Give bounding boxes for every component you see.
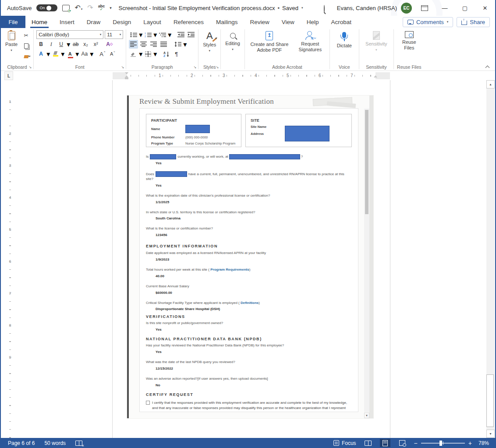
- dictate-button[interactable]: Dictate: [333, 30, 356, 63]
- editing-button[interactable]: Editing ▾: [223, 30, 242, 63]
- share-button[interactable]: Share: [457, 17, 490, 27]
- tab-view[interactable]: View: [276, 16, 301, 28]
- grow-font-button[interactable]: A: [98, 49, 107, 58]
- reuse-files-button[interactable]: Reuse Files: [397, 30, 422, 63]
- strikethrough-button[interactable]: ab: [71, 40, 80, 49]
- italic-button[interactable]: I: [46, 40, 56, 49]
- numbering-button[interactable]: 12: [143, 30, 152, 39]
- avatar[interactable]: EC: [401, 3, 412, 14]
- left-indent-marker[interactable]: [125, 78, 128, 79]
- spellcheck-icon[interactable]: abc✓: [98, 5, 105, 11]
- scroll-up-button[interactable]: ▲: [486, 80, 495, 88]
- embedded-screenshot[interactable]: Review & Submit Employment Verification …: [127, 95, 373, 418]
- font-dialog-launcher[interactable]: ↘: [121, 66, 124, 69]
- tab-help[interactable]: Help: [301, 16, 325, 28]
- borders-button[interactable]: [143, 49, 152, 58]
- tab-review[interactable]: Review: [244, 16, 275, 28]
- saved-status[interactable]: Saved: [282, 5, 298, 11]
- focus-button[interactable]: Focus: [333, 440, 356, 446]
- subscript-button[interactable]: x₂: [81, 40, 90, 49]
- form-scroll-down-button[interactable]: ▼: [364, 413, 369, 418]
- tab-draw[interactable]: Draw: [81, 16, 107, 28]
- first-line-indent-marker[interactable]: [125, 72, 128, 74]
- tab-insert[interactable]: Insert: [53, 16, 81, 28]
- request-signatures-button[interactable]: Request Signatures: [294, 30, 327, 63]
- zoom-out-button[interactable]: −: [414, 440, 418, 446]
- page-indicator[interactable]: Page 6 of 6: [8, 440, 35, 446]
- styles-button[interactable]: A Styles ▾: [201, 30, 218, 63]
- scrollbar-thumb[interactable]: [486, 374, 494, 427]
- zoom-in-button[interactable]: +: [468, 440, 472, 446]
- proofing-errors-icon[interactable]: [75, 441, 82, 446]
- redo-icon[interactable]: ↷: [87, 4, 93, 11]
- collapse-ribbon-button[interactable]: [485, 65, 489, 68]
- scrollbar-track[interactable]: [486, 88, 495, 430]
- font-size-select[interactable]: 11▾: [105, 30, 123, 39]
- tab-acrobat[interactable]: Acrobat: [325, 16, 358, 28]
- search-button[interactable]: [324, 5, 325, 13]
- minimize-button[interactable]: —: [435, 0, 455, 16]
- print-layout-button[interactable]: [380, 439, 390, 447]
- tab-selector[interactable]: L: [4, 71, 13, 80]
- zoom-slider[interactable]: [421, 443, 465, 444]
- bold-button[interactable]: B: [36, 40, 46, 49]
- cut-button[interactable]: ✂: [21, 31, 31, 40]
- autosave-toggle[interactable]: On: [36, 4, 57, 11]
- tab-design[interactable]: Design: [106, 16, 137, 28]
- decrease-indent-button[interactable]: [176, 30, 185, 39]
- copy-button[interactable]: [21, 42, 31, 50]
- ribbon-display-options-button[interactable]: [415, 0, 435, 16]
- definitions-link[interactable]: Definitions: [241, 301, 259, 305]
- shading-button[interactable]: [129, 49, 138, 58]
- underline-button[interactable]: U: [57, 40, 66, 49]
- text-effects-button[interactable]: A: [36, 49, 46, 58]
- tab-layout[interactable]: Layout: [137, 16, 167, 28]
- tab-references[interactable]: References: [167, 16, 210, 28]
- save-icon[interactable]: [62, 5, 70, 11]
- line-spacing-button[interactable]: [173, 40, 182, 49]
- horizontal-ruler[interactable]: 1 2 3 4 5 6 7: [113, 72, 390, 79]
- align-left-button[interactable]: [129, 40, 138, 49]
- read-mode-button[interactable]: [363, 439, 373, 447]
- web-layout-button[interactable]: [397, 439, 407, 447]
- tab-file[interactable]: File: [1, 16, 25, 28]
- align-center-button[interactable]: [139, 40, 148, 49]
- clipboard-dialog-launcher[interactable]: ↘: [28, 66, 32, 69]
- account-area[interactable]: Evans, Canden (HRSA) EC: [337, 0, 412, 16]
- increase-indent-button[interactable]: [186, 30, 195, 39]
- undo-button[interactable]: ↶▾: [74, 4, 82, 11]
- paste-button[interactable]: Paste ▾: [4, 30, 19, 63]
- shrink-font-button[interactable]: A: [108, 49, 117, 58]
- vertical-scrollbar[interactable]: ▲ ▼: [486, 80, 495, 438]
- create-share-pdf-button[interactable]: Create and Share Adobe PDF: [248, 30, 291, 63]
- format-painter-button[interactable]: [21, 52, 31, 61]
- clear-formatting-button[interactable]: A◇: [105, 40, 114, 49]
- show-marks-button[interactable]: ¶: [172, 49, 181, 58]
- change-case-button[interactable]: Aa: [80, 49, 89, 58]
- tab-home[interactable]: Home: [25, 16, 53, 28]
- word-count[interactable]: 50 words: [44, 440, 66, 446]
- align-right-button[interactable]: [149, 40, 158, 49]
- program-requirements-link[interactable]: Program Requirements: [210, 268, 249, 272]
- right-indent-marker[interactable]: [374, 75, 377, 78]
- multilevel-list-button[interactable]: [158, 30, 167, 39]
- font-name-select[interactable]: Calibri (Body)▾: [36, 30, 103, 39]
- zoom-level[interactable]: 78%: [478, 440, 489, 446]
- justify-button[interactable]: [159, 40, 168, 49]
- sort-button[interactable]: AZ: [162, 49, 171, 58]
- tab-mailings[interactable]: Mailings: [210, 16, 244, 28]
- close-button[interactable]: ✕: [475, 0, 495, 16]
- form-scrollbar[interactable]: [364, 109, 369, 412]
- maximize-button[interactable]: ▢: [455, 0, 475, 16]
- certify-checkbox[interactable]: [146, 401, 150, 405]
- paragraph-dialog-launcher[interactable]: ↘: [194, 66, 197, 69]
- zoom-slider-thumb[interactable]: [439, 441, 442, 446]
- highlight-button[interactable]: [51, 49, 60, 58]
- bullets-button[interactable]: [129, 30, 138, 39]
- comments-button[interactable]: Comments▾: [403, 17, 453, 27]
- customize-qat-icon[interactable]: ▾: [110, 6, 112, 10]
- font-color-button[interactable]: A: [65, 49, 74, 58]
- scroll-down-button[interactable]: ▼: [486, 430, 495, 438]
- styles-dialog-launcher[interactable]: ↘: [216, 66, 219, 69]
- superscript-button[interactable]: x²: [91, 40, 100, 49]
